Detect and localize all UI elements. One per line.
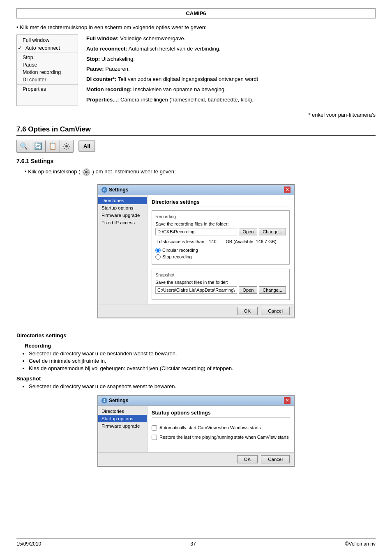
sidebar-item-fixed-ip[interactable]: Fixed IP access — [98, 219, 147, 226]
disk-space-row: If disk space is less than GB (Available… — [155, 238, 286, 245]
circular-label: Circular recording — [162, 248, 198, 253]
menu-separator — [17, 53, 78, 53]
intro-text: • Klik met de rechtermuisknop in een sch… — [16, 24, 376, 30]
disk-label: If disk space is less than — [155, 239, 204, 244]
dialog-icon: S — [101, 187, 107, 193]
path-row: Open Change... — [155, 228, 286, 235]
recording-bullets: Selecteer de directory waar u de bestand… — [29, 350, 376, 371]
stop-radio-row: Stop recording — [155, 254, 286, 260]
sidebar-item-directories[interactable]: Directories — [98, 197, 147, 204]
dialog-footer-2: OK Cancel — [98, 452, 294, 466]
circular-radio[interactable] — [155, 248, 161, 253]
checkbox-row-2: Restore the last time playing/running st… — [152, 435, 290, 440]
checkbox-autostart[interactable] — [152, 425, 157, 431]
page-title: CAMIP6 — [186, 10, 206, 16]
svg-point-0 — [65, 145, 68, 147]
snapshot-group: Snapshot Save the snapshot files in the … — [152, 269, 290, 300]
recording-bullet-1: Selecteer de directory waar u de bestand… — [29, 350, 376, 357]
stop-record-label: Stop recording — [162, 254, 192, 259]
change-btn-1[interactable]: Change... — [259, 228, 286, 235]
footnote: * enkel voor pan-tiltcamera's — [16, 112, 376, 118]
desc-motion-recording: Motion recording: Inschakelen van opname… — [86, 85, 376, 94]
sidebar2-item-firmware[interactable]: Firmware upgrade — [98, 422, 147, 430]
snapshot-path-input[interactable] — [155, 286, 237, 294]
menu-item-properties[interactable]: Properties — [17, 85, 78, 93]
dialog-content-2: Startup options settings Automatically s… — [148, 406, 294, 452]
startup-options-content: Automatically start CamView when Windows… — [152, 421, 290, 448]
settings-btn[interactable] — [60, 140, 73, 152]
refresh-btn[interactable]: 🔄 — [31, 140, 46, 152]
checkbox-row-1: Automatically start CamView when Windows… — [152, 425, 290, 431]
recording-bullet-3: Kies de opnamemodus bij vol geheugen: ov… — [29, 365, 376, 371]
dialog-icon-2: S — [101, 398, 107, 403]
sidebar-item-startup[interactable]: Startup options — [98, 204, 147, 212]
svg-point-2 — [85, 171, 88, 173]
settings-dialog-1: S Settings ✕ Directories Startup options… — [97, 184, 295, 318]
dir-settings-text: Directories settings Recording Selecteer… — [16, 328, 376, 391]
dialog-section-title-2: Startup options settings — [152, 410, 290, 418]
dialog-body-2: Directories Startup options Firmware upg… — [98, 405, 294, 452]
page-header: CAMIP6 — [16, 8, 376, 18]
desc-stop: Stop: Uitschakeling. — [86, 55, 376, 64]
recording-path-input[interactable] — [155, 228, 237, 235]
ok-btn-2[interactable]: OK — [237, 455, 258, 463]
circular-radio-row: Circular recording — [155, 248, 286, 253]
cancel-btn-2[interactable]: Cancel — [261, 455, 290, 463]
dialog-close-btn-2[interactable]: ✕ — [284, 397, 291, 404]
desc-di-counter: DI counter*: Telt van zodra een digitaal… — [86, 75, 376, 84]
dialog-titlebar-2: S Settings ✕ — [98, 396, 294, 405]
menu-item-stop[interactable]: Stop — [17, 54, 78, 61]
menu-item-full-window[interactable]: Full window — [17, 37, 78, 44]
recording-label: Recording — [155, 214, 286, 219]
checkbox2-label: Restore the last time playing/running st… — [159, 435, 289, 440]
change-btn-2[interactable]: Change... — [259, 286, 286, 294]
snapshot-save-label: Save the snapshot files in the folder: — [155, 280, 286, 285]
stop-radio[interactable] — [155, 254, 161, 260]
dialog-section-title-1: Directories settings — [152, 199, 290, 207]
cancel-btn-1[interactable]: Cancel — [261, 307, 290, 315]
recording-group: Recording Save the recording files in th… — [152, 210, 290, 265]
sidebar2-item-startup[interactable]: Startup options — [98, 415, 147, 422]
checkbox-restore[interactable] — [152, 435, 157, 440]
sidebar-item-firmware[interactable]: Firmware upgrade — [98, 212, 147, 219]
open-btn-2[interactable]: Open — [239, 286, 257, 294]
desc-auto-reconnect: Auto reconnect: Automatisch herstel van … — [86, 45, 376, 53]
snapshot-bullets: Selecteer de directory waar u de snapsho… — [29, 383, 376, 389]
page-footer: 15/09/2010 37 ©Velleman nv — [16, 538, 376, 547]
menu-item-auto-reconnect[interactable]: Auto reconnect — [17, 44, 78, 52]
settings-intro-bullet: • Klik op de instelknop ( ) om het inste… — [25, 168, 376, 177]
gear-icon — [63, 143, 70, 150]
snapshot-path-row: Open Change... — [155, 286, 286, 294]
menu-item-pause[interactable]: Pause — [17, 61, 78, 69]
all-btn[interactable]: All — [78, 140, 95, 152]
dialog-close-btn-1[interactable]: ✕ — [284, 187, 291, 193]
titlebar-left: S Settings — [101, 187, 128, 193]
settings-icon-inline — [82, 168, 91, 177]
recording-bullet-2: Geef de minimale schijfruimte in. — [29, 358, 376, 364]
dialog-sidebar-2: Directories Startup options Firmware upg… — [98, 406, 148, 452]
snapshot-btn[interactable]: 📋 — [46, 140, 60, 152]
disk-unit: GB (Available: 146.7 GB) — [226, 239, 276, 244]
open-btn-1[interactable]: Open — [239, 228, 257, 235]
toolbar-group-1: 🔍 🔄 📋 — [16, 140, 74, 153]
section-76-title: 7.6 Opties in CamView — [16, 125, 376, 136]
desc-properties: Properties...: Camera-instellingen (fram… — [86, 96, 376, 104]
dialog-content-1: Directories settings Recording Save the … — [148, 195, 294, 304]
disk-value-input[interactable] — [207, 238, 223, 245]
context-menu-box: Full window Auto reconnect Stop Pause Mo… — [16, 35, 78, 106]
subsection-761-title: 7.6.1 Settings — [16, 158, 376, 164]
sidebar2-item-directories[interactable]: Directories — [98, 408, 147, 415]
context-menu-section: Full window Auto reconnect Stop Pause Mo… — [16, 35, 376, 106]
snapshot-heading: Snapshot — [16, 375, 376, 382]
settings-dialog-2: S Settings ✕ Directories Startup options… — [97, 395, 295, 467]
snapshot-label: Snapshot — [155, 272, 286, 277]
menu-descriptions: Full window: Volledige schermweergave. A… — [86, 35, 376, 106]
ok-btn-1[interactable]: OK — [237, 307, 258, 315]
desc-pause: Pause: Pauzeren. — [86, 65, 376, 74]
dir-settings-heading: Directories settings — [16, 332, 376, 339]
zoom-btn[interactable]: 🔍 — [17, 140, 31, 152]
checkbox1-label: Automatically start CamView when Windows… — [159, 425, 261, 430]
menu-item-motion-recording[interactable]: Motion recording — [17, 69, 78, 76]
menu-item-di-counter[interactable]: DI counter — [17, 76, 78, 83]
recording-heading: Recording — [25, 343, 376, 349]
